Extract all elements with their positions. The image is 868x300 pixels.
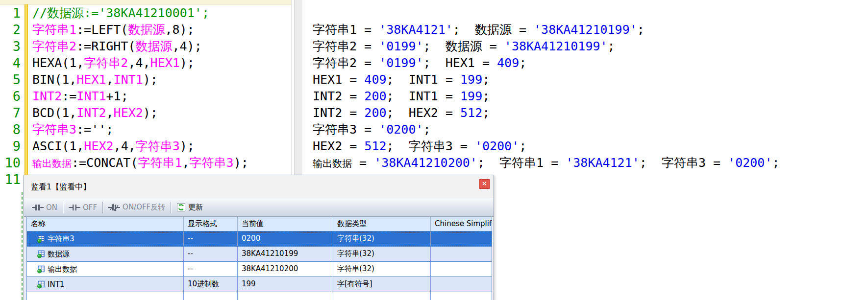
cell-name: INT1 xyxy=(27,277,184,292)
code-token: '38KA4121' xyxy=(566,156,640,170)
cell-format: -- xyxy=(184,231,238,246)
toolbar-separator xyxy=(171,202,171,213)
cell-type: 字[有符号] xyxy=(333,277,431,292)
table-row[interactable]: INT110进制数199字[有符号] xyxy=(27,277,492,292)
code-line: BCD(1,INT2,HEX2); xyxy=(32,105,158,121)
code-token: '38KA41210199' xyxy=(504,39,608,53)
table-row[interactable]: 输出数据--38KA41210200字符串(32) xyxy=(27,262,492,277)
on-button[interactable]: ON xyxy=(28,200,61,215)
code-token: INT1 = xyxy=(409,89,460,103)
plc-script-monitor-screen: 1234567891011 //数据源:='38KA41210001';字符串1… xyxy=(0,0,868,300)
pane-splitter-line xyxy=(295,0,295,175)
device-name-label: 输出数据 xyxy=(48,262,77,277)
code-token: '38KA41210199' xyxy=(534,23,637,37)
on-off-toggle-button[interactable]: ON/OFF反转 xyxy=(104,200,169,215)
code-token: ; xyxy=(608,39,615,53)
code-token: 字符串2 = xyxy=(313,39,379,53)
code-token: ; xyxy=(637,23,645,37)
cell-value: 38KA41210199 xyxy=(238,247,333,261)
monitor-line: INT2 = 200; HEX2 = 512; xyxy=(313,105,490,121)
watch-toolbar: ON OFF ON/OFF反转 xyxy=(24,198,494,217)
code-token: :=''; xyxy=(76,122,113,137)
code-token: ; xyxy=(519,56,526,70)
code-token: '0200' xyxy=(475,139,519,153)
code-token: ; xyxy=(482,72,490,87)
monitor-line: INT2 = 200; INT1 = 199; xyxy=(313,88,490,105)
code-token: '0199' xyxy=(379,56,423,70)
code-token: 数据源 = xyxy=(446,39,504,53)
line-number: 9 xyxy=(0,138,21,155)
empty-row xyxy=(27,292,492,300)
code-token: 数据源 xyxy=(128,23,165,37)
code-line: ASCI(1,HEX2,4,字符串3); xyxy=(32,138,195,155)
code-token: ); xyxy=(180,139,195,153)
off-button[interactable]: OFF xyxy=(65,200,101,215)
close-icon: × xyxy=(482,180,487,187)
cell-value: 199 xyxy=(238,277,333,292)
column-header-name[interactable]: 名称 xyxy=(27,217,184,231)
contact-toggle-icon xyxy=(108,204,120,211)
code-token: 字符串1 = xyxy=(313,23,379,37)
line-number: 6 xyxy=(0,88,21,105)
cell-type: 字符串(32) xyxy=(333,262,431,277)
cell-language xyxy=(431,231,492,246)
code-token: 200 xyxy=(364,89,386,103)
code-token: 512 xyxy=(460,106,482,120)
cell-name: 字符串3 xyxy=(27,231,184,246)
code-token: ); xyxy=(143,106,158,120)
code-token: ASCI(1, xyxy=(32,139,84,153)
close-button[interactable]: × xyxy=(479,179,490,189)
toolbar-separator xyxy=(102,202,103,213)
toolbar-separator xyxy=(63,202,63,213)
monitor-line: 字符串2 = '0199'; 数据源 = '38KA41210199'; xyxy=(313,38,615,55)
column-header-language[interactable]: Chinese Simplified/简体中文 xyxy=(431,217,492,231)
cell-language xyxy=(431,247,492,261)
code-line: 字符串1:=LEFT(数据源,8); xyxy=(32,22,195,38)
code-token: , xyxy=(182,156,190,170)
column-header-type[interactable]: 数据类型 xyxy=(333,217,431,231)
code-token: :=CONCAT( xyxy=(72,156,138,170)
code-token: 字符串1 xyxy=(32,23,76,37)
device-icon xyxy=(37,280,45,289)
editor-top-strip xyxy=(0,0,291,4)
code-token: , xyxy=(106,106,114,120)
code-token: INT2 = xyxy=(313,89,364,103)
monitor-line: 字符串3 = '0200'; xyxy=(313,121,431,138)
code-line: 输出数据:=CONCAT(字符串1,字符串3); xyxy=(32,155,248,172)
code-token: ; xyxy=(482,106,490,120)
empty-cell xyxy=(184,292,238,300)
code-token: ; xyxy=(423,122,431,137)
code-line: HEXA(1,字符串2,4,HEX1); xyxy=(32,55,195,71)
device-icon xyxy=(37,235,45,243)
code-token: ; xyxy=(477,156,499,170)
off-button-label: OFF xyxy=(83,203,97,212)
code-token: :=RIGHT( xyxy=(76,39,135,53)
watch-table-rows: 字符串3--0200字符串(32)数据源--38KA41210199字符串(32… xyxy=(27,231,492,300)
code-token: ; xyxy=(519,139,526,153)
column-header-value[interactable]: 当前值 xyxy=(238,217,333,231)
code-token: , xyxy=(106,72,114,87)
code-token: :=LEFT( xyxy=(76,23,128,37)
device-name-label: INT1 xyxy=(48,277,64,292)
refresh-button[interactable]: 更新 xyxy=(173,200,207,215)
watch-title-bar[interactable]: 监看1【监看中】 × xyxy=(24,175,494,199)
empty-cell xyxy=(333,292,431,300)
code-token: 输出数据 xyxy=(32,158,72,169)
on-button-label: ON xyxy=(46,203,57,212)
code-token: INT2 = xyxy=(313,106,364,120)
table-row[interactable]: 数据源--38KA41210199字符串(32) xyxy=(27,247,492,262)
code-line: 字符串2:=RIGHT(数据源,4); xyxy=(32,38,202,55)
code-token: ; xyxy=(387,139,409,153)
code-token: 字符串1 xyxy=(138,156,182,170)
line-number: 11 xyxy=(0,171,21,188)
table-row[interactable]: 字符串3--0200字符串(32) xyxy=(27,231,492,247)
editor-margin-dashed-line xyxy=(22,192,23,300)
code-token: ; xyxy=(640,156,662,170)
code-token: 数据源 = xyxy=(475,23,534,37)
line-number: 10 xyxy=(0,155,21,171)
column-header-format[interactable]: 显示格式 xyxy=(184,217,238,231)
pane-splitter[interactable] xyxy=(292,0,292,175)
code-token: HEX2 xyxy=(84,139,113,153)
code-token: ; xyxy=(387,89,409,103)
code-token: ); xyxy=(143,72,158,87)
